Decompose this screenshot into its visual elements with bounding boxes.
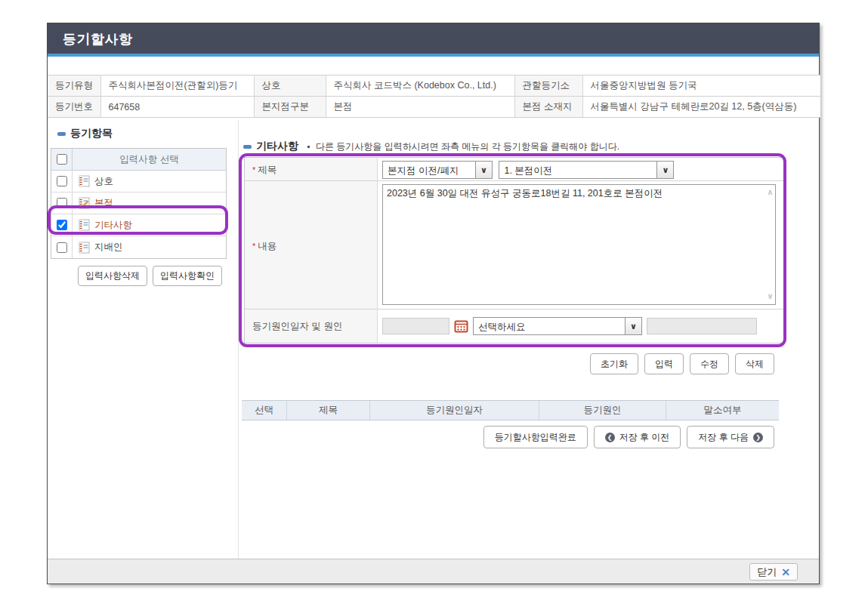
save-prev-button[interactable]: ❮ 저장 후 이전 (594, 426, 681, 448)
arrow-left-circle-icon: ❮ (605, 433, 615, 442)
main-section-note: 다른 등기사항을 입력하시려면 좌측 메뉴의 각 등기항목을 클릭해야 합니다. (316, 140, 619, 153)
main-section-header: 기타사항 다른 등기사항을 입력하시려면 좌측 메뉴의 각 등기항목을 클릭해야… (243, 140, 619, 153)
close-x-icon: ✕ (781, 566, 790, 578)
cause-extra-input (647, 318, 757, 334)
form-action-buttons: 초기화 입력 수정 삭제 (590, 353, 774, 374)
chevron-down-icon: ∨ (475, 162, 492, 178)
sidebar-item-jibaein[interactable]: 지배인 (51, 236, 226, 258)
sidebar-section-header: 등기항목 (57, 127, 238, 140)
memo-icon (79, 219, 90, 231)
delete-button[interactable]: 삭제 (735, 353, 774, 374)
info-value-register-number: 647658 (100, 97, 254, 118)
bonjeom-checkbox[interactable] (57, 198, 67, 208)
col-cancellation: 말소여부 (666, 401, 779, 420)
section-bullet-icon (243, 145, 252, 149)
info-value-hq-address: 서울특별시 강남구 테헤란로20길 12, 5층(역삼동) (582, 97, 820, 118)
col-cause: 등기원인 (539, 401, 666, 420)
col-title: 제목 (287, 401, 370, 420)
info-label-branch-type: 본지점구분 (254, 97, 326, 118)
form-row-cause: 등기원인일자 및 원인 선택하세요 ∨ (245, 310, 783, 343)
page-background: 등기할사항 등기유형 주식회사본점이전(관할외)등기 상호 주식회사 코드박스 … (0, 0, 868, 616)
info-label-register-number: 등기번호 (48, 97, 100, 118)
select-all-checkbox[interactable] (57, 154, 67, 165)
main-panel: 기타사항 다른 등기사항을 입력하시려면 좌측 메뉴의 각 등기항목을 클릭해야… (239, 120, 819, 559)
memo-icon (79, 175, 90, 187)
info-value-company-name: 주식회사 코드박스 (Kodebox Co., Ltd.) (326, 75, 514, 97)
sidebar-section-title: 등기항목 (70, 127, 113, 140)
col-cause-date: 등기원인일자 (370, 401, 539, 420)
title-category-select[interactable]: 본지점 이전/폐지 ∨ (382, 161, 493, 179)
sidebar-buttons: 입력사항삭제 입력사항확인 (78, 266, 238, 286)
delete-input-items-button[interactable]: 입력사항삭제 (78, 266, 147, 286)
info-label-hq-address: 본점 소재지 (514, 97, 582, 118)
memo-edit-icon (79, 197, 90, 209)
sidebar-item-gitasahang[interactable]: 기타사항 (51, 214, 226, 236)
info-value-branch-type: 본점 (326, 97, 514, 118)
window-footer: 닫기 ✕ (48, 559, 819, 584)
chevron-down-icon: ∨ (625, 318, 641, 334)
info-label-register-type: 등기유형 (48, 75, 100, 97)
info-row-1: 등기유형 주식회사본점이전(관할외)등기 상호 주식회사 코드박스 (Kodeb… (48, 75, 820, 97)
col-select: 선택 (242, 401, 287, 420)
sidebar-register-items: 등기항목 입력사항 선택 상호 (48, 120, 239, 559)
select-table-header: 입력사항 선택 (51, 149, 226, 171)
confirm-input-items-button[interactable]: 입력사항확인 (153, 266, 222, 286)
note-bullet-icon (307, 146, 310, 148)
sidebar-item-label: 본점 (94, 197, 113, 210)
register-items-window: 등기할사항 등기유형 주식회사본점이전(관할외)등기 상호 주식회사 코드박스 … (47, 23, 820, 584)
form-content-label: 내용 (258, 241, 276, 251)
gitasahang-checkbox[interactable] (57, 220, 67, 230)
info-value-register-type: 주식회사본점이전(관할외)등기 (100, 75, 254, 97)
save-next-button[interactable]: 저장 후 다음 ❯ (687, 426, 774, 448)
complete-input-button[interactable]: 등기할사항입력완료 (483, 426, 588, 448)
required-asterisk: * (252, 242, 255, 251)
gitasahang-form: *제목 본지점 이전/폐지 ∨ 1. 본점이전 ∨ *내용 (244, 157, 784, 343)
section-bullet-icon (57, 132, 66, 136)
input-item-select-table: 입력사항 선택 상호 본점 (51, 148, 227, 259)
memo-icon (79, 242, 90, 254)
info-row-2: 등기번호 647658 본지점구분 본점 본점 소재지 서울특별시 강남구 테헤… (48, 97, 820, 118)
form-row-title: *제목 본지점 이전/폐지 ∨ 1. 본점이전 ∨ (245, 158, 783, 181)
close-button-label: 닫기 (757, 565, 777, 579)
form-title-label: 제목 (258, 165, 276, 175)
scroll-down-icon[interactable]: ∨ (767, 292, 774, 300)
reset-button[interactable]: 초기화 (590, 353, 638, 374)
sidebar-item-sangho[interactable]: 상호 (51, 171, 226, 192)
close-button[interactable]: 닫기 ✕ (749, 563, 798, 581)
content-textarea[interactable]: 2023년 6월 30일 대전 유성구 궁동로18번길 11, 201호로 본점… (382, 184, 776, 305)
cause-select[interactable]: 선택하세요 ∨ (473, 317, 642, 335)
sidebar-item-label: 상호 (94, 175, 113, 188)
info-label-registry-office: 관할등기소 (514, 75, 582, 97)
cause-date-input (382, 318, 449, 334)
window-titlebar: 등기할사항 (48, 23, 819, 57)
sidebar-item-label: 지배인 (94, 241, 123, 254)
info-label-company-name: 상호 (254, 75, 326, 97)
sangho-checkbox[interactable] (57, 176, 67, 186)
scroll-up-icon[interactable]: ∧ (767, 188, 774, 196)
calendar-icon[interactable] (454, 319, 468, 333)
input-button[interactable]: 입력 (644, 353, 684, 374)
entries-table-header: 선택 제목 등기원인일자 등기원인 말소여부 (242, 400, 779, 420)
registration-info-table: 등기유형 주식회사본점이전(관할외)등기 상호 주식회사 코드박스 (Kodeb… (48, 75, 820, 118)
arrow-right-circle-icon: ❯ (753, 433, 763, 442)
page-title: 등기할사항 (48, 23, 819, 55)
form-cause-label: 등기원인일자 및 원인 (252, 321, 342, 331)
info-value-registry-office: 서울중앙지방법원 등기국 (582, 75, 820, 97)
form-row-content: *내용 2023년 6월 30일 대전 유성구 궁동로18번길 11, 201호… (245, 181, 783, 310)
sidebar-item-bonjeom[interactable]: 본점 (51, 192, 226, 214)
edit-button[interactable]: 수정 (690, 353, 729, 374)
main-section-title: 기타사항 (256, 140, 298, 153)
sidebar-item-label: 기타사항 (94, 219, 132, 232)
select-table-header-label: 입력사항 선택 (73, 153, 226, 166)
required-asterisk: * (252, 165, 255, 174)
chevron-down-icon: ∨ (656, 162, 673, 178)
jibaein-checkbox[interactable] (57, 242, 67, 253)
title-detail-select[interactable]: 1. 본점이전 ∨ (499, 161, 674, 179)
bottom-buttons: 등기할사항입력완료 ❮ 저장 후 이전 저장 후 다음 ❯ (483, 426, 774, 448)
